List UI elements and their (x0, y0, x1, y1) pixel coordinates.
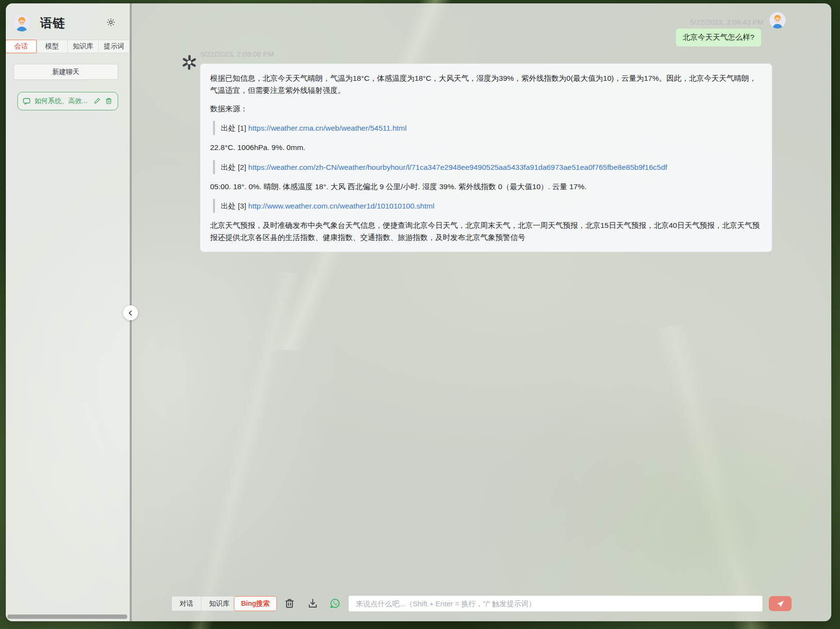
chat-history-item[interactable]: 如何系统、高效... (17, 92, 118, 110)
assistant-timestamp: 5/22/2023, 2:09:08 PM (200, 50, 274, 58)
composer-bar: 对话 知识库 Bing搜索 (132, 587, 831, 621)
app-title: 语链 (40, 15, 65, 31)
app-window: 语链 会话 模型 知识库 提示词 新建聊天 (6, 3, 831, 621)
assistant-paragraph: 根据已知信息，北京今天天气晴朗，气温为18°C，体感温度为18°C，大风天气，湿… (210, 72, 762, 96)
user-message-bubble: 北京今天天气怎么样? (676, 29, 761, 46)
delete-trash-icon[interactable] (105, 97, 113, 105)
collapse-sidebar-button[interactable] (123, 305, 138, 320)
citation-2-note: 05:00. 18°. 0%. 晴朗. 体感温度 18°. 大风 西北偏北 9 … (210, 180, 762, 193)
send-button[interactable] (769, 596, 792, 611)
edit-pencil-icon[interactable] (93, 97, 101, 105)
whatsapp-icon[interactable] (330, 598, 340, 609)
sidebar-tabs: 会话 模型 知识库 提示词 (6, 40, 130, 53)
sources-label: 数据来源： (210, 103, 762, 115)
user-message-avatar (769, 12, 786, 29)
citation-2: 出处 [2] https://weather.com/zh-CN/weather… (213, 160, 762, 174)
mode-dialog-button[interactable]: 对话 (171, 596, 201, 611)
citation-3-link[interactable]: http://www.weather.com.cn/weather1d/1010… (248, 202, 434, 210)
tab-conversation[interactable]: 会话 (6, 40, 37, 53)
user-timestamp: 5/22/2023, 2:08:43 PM (690, 18, 764, 26)
assistant-message-bubble: 根据已知信息，北京今天天气晴朗，气温为18°C，体感温度为18°C，大风天气，湿… (200, 63, 772, 252)
mode-switcher: 对话 知识库 (172, 596, 238, 611)
tab-prompts[interactable]: 提示词 (98, 40, 130, 53)
citation-3: 出处 [3] http://www.weather.com.cn/weather… (213, 199, 762, 213)
settings-gear-icon[interactable] (106, 17, 116, 27)
citation-1-note: 22.8°C. 1006hPa. 9%. 0mm. (210, 141, 762, 153)
tab-model[interactable]: 模型 (36, 40, 68, 53)
clear-trash-icon[interactable] (284, 598, 295, 609)
sidebar-horizontal-scrollbar[interactable] (7, 614, 127, 619)
tab-knowledge-base[interactable]: 知识库 (67, 40, 99, 53)
citation-3-note: 北京天气预报，及时准确发布中央气象台天气信息，便捷查询北京今日天气，北京周末天气… (210, 219, 762, 243)
citation-1: 出处 [1] https://weather.cma.cn/web/weathe… (213, 121, 762, 135)
mode-knowledge-button[interactable]: 知识库 (201, 596, 238, 611)
citation-1-link[interactable]: https://weather.cma.cn/web/weather/54511… (248, 124, 407, 132)
sidebar: 语链 会话 模型 知识库 提示词 新建聊天 (6, 3, 130, 621)
export-download-icon[interactable] (307, 598, 318, 609)
citation-2-link[interactable]: https://weather.com/zh-CN/weather/hourby… (248, 163, 667, 171)
chat-history-title: 如何系统、高效... (34, 97, 90, 105)
chat-bubble-icon (23, 97, 31, 105)
new-chat-button[interactable]: 新建聊天 (14, 64, 118, 80)
bing-search-button[interactable]: Bing搜索 (234, 596, 277, 611)
assistant-openai-avatar (182, 55, 197, 70)
message-input[interactable] (349, 596, 763, 612)
user-avatar (13, 14, 31, 31)
